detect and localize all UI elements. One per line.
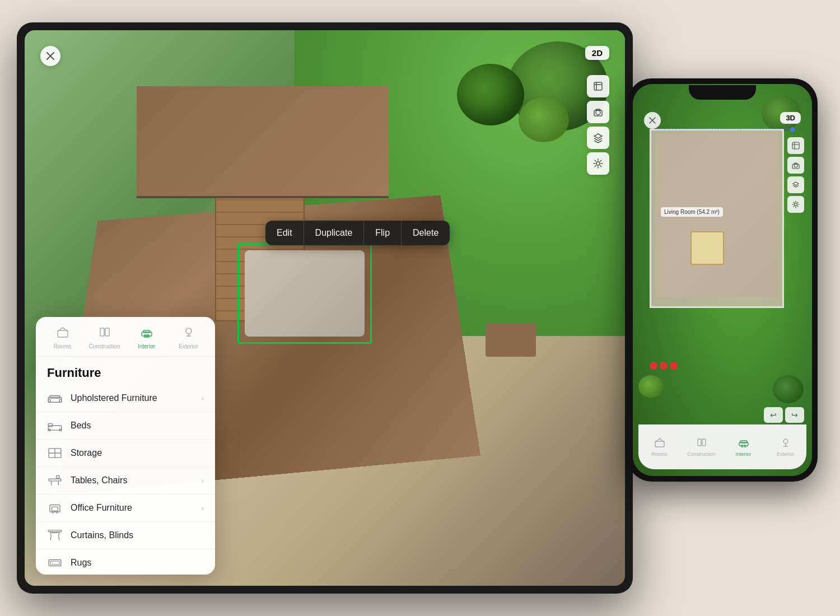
rugs-icon [47, 557, 63, 569]
tables-icon [47, 474, 63, 487]
svg-rect-14 [48, 399, 50, 402]
layers-btn[interactable] [587, 127, 609, 149]
settings-btn[interactable] [587, 152, 609, 175]
tab-interior-label: Interior [138, 343, 155, 349]
phone-tree-3 [638, 375, 664, 398]
phone-settings-btn[interactable] [787, 196, 804, 213]
tablet-2d-button[interactable]: 2D [585, 46, 609, 60]
phone-device: Living Room (54.2 m²) 3D [627, 78, 818, 482]
svg-rect-15 [59, 399, 62, 402]
phone-ruler [655, 129, 792, 130]
context-menu: Edit Duplicate Flip Delete [265, 221, 450, 245]
svg-rect-32 [49, 560, 61, 566]
svg-point-11 [186, 328, 192, 334]
tab-exterior-label: Exterior [179, 343, 198, 349]
phone-tab-exterior[interactable]: Exterior [764, 437, 806, 457]
flower-1 [650, 362, 657, 370]
svg-point-26 [57, 475, 59, 478]
svg-point-1 [596, 110, 600, 115]
phone-3dview-btn[interactable] [787, 137, 804, 154]
tables-chevron: › [201, 476, 204, 485]
upholstered-label: Upholstered Furniture [71, 393, 193, 403]
context-menu-delete[interactable]: Delete [402, 221, 450, 245]
beds-icon [47, 419, 63, 432]
furniture-panel: Rooms Construction [36, 317, 215, 575]
storage-icon [47, 447, 63, 459]
tablet-screen: Edit Duplicate Flip Delete 2D [25, 30, 625, 586]
context-menu-duplicate[interactable]: Duplicate [304, 221, 365, 245]
phone-exterior-icon [781, 437, 791, 450]
phone-layers-btn[interactable] [787, 176, 804, 193]
phone-undo-redo: ↩ ↪ [764, 407, 804, 423]
tab-exterior[interactable]: Exterior [167, 324, 209, 352]
phone-redo-btn[interactable]: ↪ [785, 407, 804, 423]
svg-rect-39 [792, 142, 799, 149]
upholstered-chevron: › [201, 394, 204, 403]
office-chevron: › [201, 503, 204, 512]
phone-tree-2 [773, 375, 804, 403]
phone-tab-bar: Rooms Construction [638, 424, 806, 469]
rooms-icon [57, 326, 69, 341]
svg-rect-44 [698, 439, 701, 446]
phone-flowers [650, 362, 678, 370]
tab-construction[interactable]: Construction [83, 324, 125, 352]
phone-rooms-icon [655, 437, 665, 450]
svg-rect-23 [49, 479, 61, 481]
phone-camera-btn[interactable] [787, 157, 804, 174]
tab-rooms[interactable]: Rooms [41, 324, 83, 352]
ruler-endpoint [790, 127, 795, 132]
svg-rect-8 [143, 330, 150, 333]
3d-view-btn[interactable] [587, 75, 609, 97]
tree-medium [457, 64, 524, 125]
office-label: Office Furniture [71, 503, 193, 513]
phone-tab-construction[interactable]: Construction [680, 437, 722, 457]
tab-interior[interactable]: Interior [125, 324, 167, 352]
beds-label: Beds [71, 421, 204, 431]
office-icon [47, 502, 63, 514]
tree-small [519, 97, 569, 142]
svg-point-3 [596, 162, 600, 165]
scene-container: Edit Duplicate Flip Delete 2D [0, 0, 840, 616]
phone-tab-rooms[interactable]: Rooms [638, 437, 680, 457]
phone-screen: Living Room (54.2 m²) 3D [633, 84, 812, 476]
phone-close-button[interactable] [644, 112, 661, 129]
phone-tab-construction-label: Construction [687, 451, 716, 457]
phone-room-box [650, 129, 784, 308]
tablet-device: Edit Duplicate Flip Delete 2D [17, 22, 633, 594]
furniture-item-rugs[interactable]: Rugs [36, 549, 215, 575]
phone-living-room-label: Living Room (54.2 m²) [661, 207, 723, 217]
furniture-item-beds[interactable]: Beds [36, 412, 215, 440]
svg-point-40 [794, 164, 797, 167]
upholstered-icon [47, 392, 63, 404]
svg-point-50 [783, 439, 788, 444]
furniture-header: Furniture [36, 357, 215, 385]
svg-point-42 [795, 203, 797, 206]
svg-rect-6 [105, 328, 109, 336]
svg-rect-4 [58, 330, 68, 337]
upper-floor [137, 86, 389, 198]
context-menu-flip[interactable]: Flip [364, 221, 402, 245]
phone-undo-btn[interactable]: ↩ [764, 407, 783, 423]
furniture-item-upholstered[interactable]: Upholstered Furniture › [36, 385, 215, 412]
furniture-item-curtains[interactable]: Curtains, Blinds [36, 522, 215, 549]
svg-rect-45 [702, 439, 706, 446]
storage-label: Storage [71, 448, 204, 458]
coffee-table [486, 323, 536, 357]
phone-tab-interior-label: Interior [735, 451, 751, 457]
context-menu-edit[interactable]: Edit [265, 221, 304, 245]
camera-btn[interactable] [587, 101, 609, 123]
furniture-item-office[interactable]: Office Furniture › [36, 494, 215, 522]
construction-icon [99, 326, 111, 341]
tablet-right-toolbar [587, 75, 609, 175]
tablet-close-button[interactable] [40, 46, 60, 66]
tab-rooms-label: Rooms [54, 343, 72, 349]
flower-2 [660, 362, 668, 370]
furniture-item-storage[interactable]: Storage [36, 440, 215, 467]
phone-3d-button[interactable]: 3D [780, 112, 801, 124]
svg-rect-31 [48, 530, 62, 532]
curtains-label: Curtains, Blinds [71, 530, 204, 540]
phone-tab-interior[interactable]: Interior [722, 437, 764, 457]
sofa-selection-area[interactable] [237, 243, 372, 344]
furniture-item-tables[interactable]: Tables, Chairs › [36, 467, 215, 494]
svg-rect-5 [100, 328, 104, 336]
